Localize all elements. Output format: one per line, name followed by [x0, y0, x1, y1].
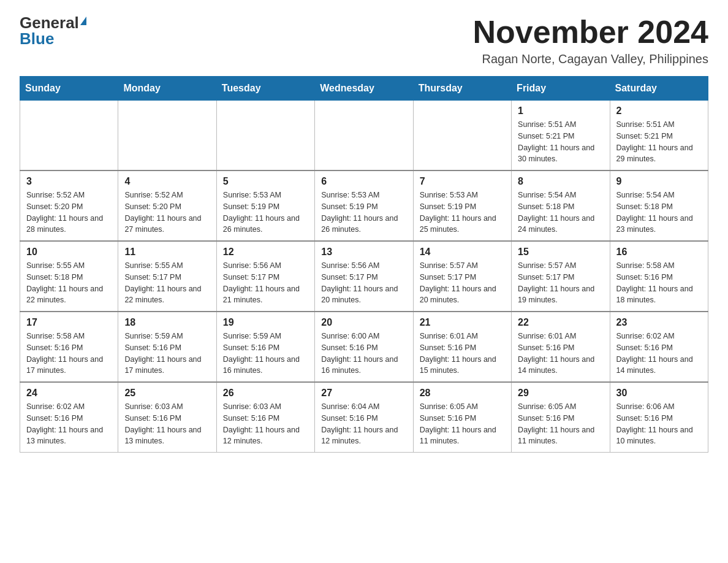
calendar-cell: 25Sunrise: 6:03 AM Sunset: 5:16 PM Dayli… [118, 382, 216, 453]
weekday-header-monday: Monday [118, 77, 216, 101]
weekday-header-thursday: Thursday [413, 77, 511, 101]
day-number: 20 [321, 317, 406, 328]
calendar-cell: 18Sunrise: 5:59 AM Sunset: 5:16 PM Dayli… [118, 312, 216, 382]
calendar-cell [216, 101, 314, 171]
calendar-week-row: 24Sunrise: 6:02 AM Sunset: 5:16 PM Dayli… [20, 382, 708, 453]
day-number: 7 [420, 176, 505, 187]
day-number: 19 [223, 317, 308, 328]
calendar-cell: 14Sunrise: 5:57 AM Sunset: 5:17 PM Dayli… [413, 241, 511, 312]
calendar-cell: 1Sunrise: 5:51 AM Sunset: 5:21 PM Daylig… [512, 101, 610, 171]
day-number: 25 [124, 388, 210, 399]
day-number: 15 [518, 247, 603, 258]
day-info: Sunrise: 5:57 AM Sunset: 5:17 PM Dayligh… [518, 260, 603, 306]
day-info: Sunrise: 6:01 AM Sunset: 5:16 PM Dayligh… [518, 331, 603, 377]
day-info: Sunrise: 6:03 AM Sunset: 5:16 PM Dayligh… [223, 401, 308, 447]
calendar-cell [20, 101, 118, 171]
calendar-cell: 7Sunrise: 5:53 AM Sunset: 5:19 PM Daylig… [413, 170, 511, 241]
calendar-cell: 23Sunrise: 6:02 AM Sunset: 5:16 PM Dayli… [610, 312, 708, 382]
weekday-header-sunday: Sunday [20, 77, 118, 101]
calendar-body: 1Sunrise: 5:51 AM Sunset: 5:21 PM Daylig… [20, 101, 708, 453]
day-info: Sunrise: 5:59 AM Sunset: 5:16 PM Dayligh… [124, 331, 210, 377]
calendar-week-row: 17Sunrise: 5:58 AM Sunset: 5:16 PM Dayli… [20, 312, 708, 382]
calendar-cell: 24Sunrise: 6:02 AM Sunset: 5:16 PM Dayli… [20, 382, 118, 453]
day-number: 11 [124, 247, 210, 258]
calendar-cell: 13Sunrise: 5:56 AM Sunset: 5:17 PM Dayli… [315, 241, 413, 312]
day-number: 28 [420, 388, 505, 399]
day-info: Sunrise: 6:04 AM Sunset: 5:16 PM Dayligh… [321, 401, 406, 447]
day-info: Sunrise: 6:02 AM Sunset: 5:16 PM Dayligh… [616, 331, 702, 377]
day-number: 24 [26, 388, 112, 399]
calendar-cell: 29Sunrise: 6:05 AM Sunset: 5:16 PM Dayli… [512, 382, 610, 453]
day-number: 21 [420, 317, 505, 328]
day-number: 23 [616, 317, 702, 328]
calendar-table: SundayMondayTuesdayWednesdayThursdayFrid… [20, 76, 708, 453]
calendar-cell: 15Sunrise: 5:57 AM Sunset: 5:17 PM Dayli… [512, 241, 610, 312]
weekday-header-tuesday: Tuesday [216, 77, 314, 101]
day-number: 2 [616, 105, 702, 117]
day-number: 12 [223, 247, 308, 258]
day-info: Sunrise: 6:02 AM Sunset: 5:16 PM Dayligh… [26, 401, 112, 447]
calendar-cell: 22Sunrise: 6:01 AM Sunset: 5:16 PM Dayli… [512, 312, 610, 382]
calendar-cell [118, 101, 216, 171]
day-number: 18 [124, 317, 210, 328]
calendar-cell: 3Sunrise: 5:52 AM Sunset: 5:20 PM Daylig… [20, 170, 118, 241]
weekday-header-friday: Friday [512, 77, 610, 101]
calendar-cell: 8Sunrise: 5:54 AM Sunset: 5:18 PM Daylig… [512, 170, 610, 241]
weekday-header-row: SundayMondayTuesdayWednesdayThursdayFrid… [20, 77, 708, 101]
calendar-cell: 4Sunrise: 5:52 AM Sunset: 5:20 PM Daylig… [118, 170, 216, 241]
weekday-header-wednesday: Wednesday [315, 77, 413, 101]
day-info: Sunrise: 6:06 AM Sunset: 5:16 PM Dayligh… [616, 401, 702, 447]
calendar-cell: 28Sunrise: 6:05 AM Sunset: 5:16 PM Dayli… [413, 382, 511, 453]
calendar-cell: 11Sunrise: 5:55 AM Sunset: 5:17 PM Dayli… [118, 241, 216, 312]
calendar-week-row: 3Sunrise: 5:52 AM Sunset: 5:20 PM Daylig… [20, 170, 708, 241]
day-number: 10 [26, 247, 112, 258]
day-number: 22 [518, 317, 603, 328]
day-info: Sunrise: 5:53 AM Sunset: 5:19 PM Dayligh… [223, 190, 308, 236]
logo-general-text: General [20, 15, 79, 31]
logo-triangle-icon [80, 17, 86, 25]
calendar-cell: 9Sunrise: 5:54 AM Sunset: 5:18 PM Daylig… [610, 170, 708, 241]
day-info: Sunrise: 5:54 AM Sunset: 5:18 PM Dayligh… [616, 190, 702, 236]
calendar-cell: 21Sunrise: 6:01 AM Sunset: 5:16 PM Dayli… [413, 312, 511, 382]
day-number: 14 [420, 247, 505, 258]
day-number: 16 [616, 247, 702, 258]
calendar-cell: 27Sunrise: 6:04 AM Sunset: 5:16 PM Dayli… [315, 382, 413, 453]
day-info: Sunrise: 5:51 AM Sunset: 5:21 PM Dayligh… [518, 119, 603, 165]
day-number: 29 [518, 388, 603, 399]
calendar-week-row: 10Sunrise: 5:55 AM Sunset: 5:18 PM Dayli… [20, 241, 708, 312]
day-number: 4 [124, 176, 210, 187]
calendar-cell [413, 101, 511, 171]
location-subtitle: Ragan Norte, Cagayan Valley, Philippines [473, 52, 708, 66]
calendar-cell: 30Sunrise: 6:06 AM Sunset: 5:16 PM Dayli… [610, 382, 708, 453]
calendar-cell: 2Sunrise: 5:51 AM Sunset: 5:21 PM Daylig… [610, 101, 708, 171]
day-info: Sunrise: 5:56 AM Sunset: 5:17 PM Dayligh… [321, 260, 406, 306]
calendar-cell: 6Sunrise: 5:53 AM Sunset: 5:19 PM Daylig… [315, 170, 413, 241]
logo: General Blue [20, 15, 86, 47]
day-info: Sunrise: 5:59 AM Sunset: 5:16 PM Dayligh… [223, 331, 308, 377]
calendar-cell: 10Sunrise: 5:55 AM Sunset: 5:18 PM Dayli… [20, 241, 118, 312]
day-info: Sunrise: 6:00 AM Sunset: 5:16 PM Dayligh… [321, 331, 406, 377]
day-number: 26 [223, 388, 308, 399]
day-number: 8 [518, 176, 603, 187]
day-number: 9 [616, 176, 702, 187]
page-header: General Blue November 2024 Ragan Norte, … [20, 15, 708, 66]
calendar-week-row: 1Sunrise: 5:51 AM Sunset: 5:21 PM Daylig… [20, 101, 708, 171]
day-info: Sunrise: 5:55 AM Sunset: 5:18 PM Dayligh… [26, 260, 112, 306]
calendar-cell: 26Sunrise: 6:03 AM Sunset: 5:16 PM Dayli… [216, 382, 314, 453]
calendar-cell: 5Sunrise: 5:53 AM Sunset: 5:19 PM Daylig… [216, 170, 314, 241]
day-number: 6 [321, 176, 406, 187]
logo-blue-text: Blue [20, 31, 54, 47]
title-block: November 2024 Ragan Norte, Cagayan Valle… [473, 15, 708, 66]
calendar-cell: 17Sunrise: 5:58 AM Sunset: 5:16 PM Dayli… [20, 312, 118, 382]
day-info: Sunrise: 5:58 AM Sunset: 5:16 PM Dayligh… [616, 260, 702, 306]
day-info: Sunrise: 5:57 AM Sunset: 5:17 PM Dayligh… [420, 260, 505, 306]
calendar-header: SundayMondayTuesdayWednesdayThursdayFrid… [20, 77, 708, 101]
day-number: 3 [26, 176, 112, 187]
day-info: Sunrise: 5:56 AM Sunset: 5:17 PM Dayligh… [223, 260, 308, 306]
calendar-cell: 16Sunrise: 5:58 AM Sunset: 5:16 PM Dayli… [610, 241, 708, 312]
calendar-cell: 12Sunrise: 5:56 AM Sunset: 5:17 PM Dayli… [216, 241, 314, 312]
day-info: Sunrise: 5:52 AM Sunset: 5:20 PM Dayligh… [26, 190, 112, 236]
day-info: Sunrise: 5:51 AM Sunset: 5:21 PM Dayligh… [616, 119, 702, 165]
day-info: Sunrise: 5:53 AM Sunset: 5:19 PM Dayligh… [321, 190, 406, 236]
day-number: 30 [616, 388, 702, 399]
